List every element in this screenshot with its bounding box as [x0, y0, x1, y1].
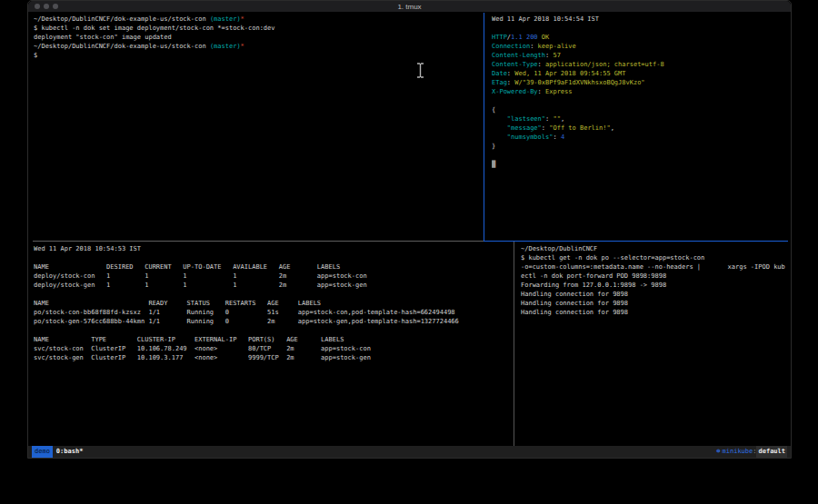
terminal-line: ~/Desktop/DublinCNCF/dok-example-us/stoc… [34, 42, 483, 51]
terminal-text-segment: $ kubectl get -n dok po --selector=app=s… [521, 254, 704, 262]
pane-divider-vertical-top[interactable] [484, 13, 484, 242]
terminal-line: Forwarding from 127.0.0.1:9898 -> 9898 [521, 281, 789, 290]
pane-shell-top-left[interactable]: ~/Desktop/DublinCNCF/dok-example-us/stoc… [34, 15, 483, 240]
terminal-text-segment: "lastseen" [507, 115, 545, 123]
terminal-text-segment: ~/Desktop/DublinCNCF [521, 245, 597, 252]
terminal-text-segment: , [561, 115, 564, 123]
terminal-text-segment: "" [553, 115, 560, 123]
kube-cluster-name: minikube [723, 446, 753, 458]
terminal-line: Connection: keep-alive [492, 42, 789, 51]
terminal-line: $ kubectl -n dok set image deployment/st… [34, 24, 483, 33]
terminal-text-segment: : [530, 43, 537, 50]
terminal-line: NAME DESIRED CURRENT UP-TO-DATE AVAILABL… [34, 262, 513, 272]
terminal-line: X-Powered-By: Express [492, 87, 789, 96]
terminal-text-segment: Wed 11 Apr 2018 10:54:54 IST [492, 15, 599, 23]
terminal-text-segment: $ [34, 52, 37, 59]
terminal-text-segment: , [611, 124, 614, 132]
window-titlebar: 1. tmux [28, 1, 791, 13]
terminal-line: Wed 11 Apr 2018 10:54:53 IST [34, 244, 513, 253]
pane-http-response-top-right[interactable]: Wed 11 Apr 2018 10:54:54 IST HTTP/1.1 20… [492, 15, 789, 240]
terminal-line: Wed 11 Apr 2018 10:54:54 IST [492, 15, 789, 24]
terminal-text-segment: 4 [561, 133, 564, 141]
terminal-line: deployment "stock-con" image updated [34, 33, 483, 42]
terminal-text-segment: deploy/stock-con 1 1 1 1 2m app=stock-co… [34, 272, 367, 280]
terminal-text-segment: 57 [553, 52, 560, 59]
terminal-line: "numsymbols": 4 [492, 133, 789, 142]
session-name-badge: demo [32, 446, 53, 458]
terminal-line: po/stock-con-bb68f88fd-kzsxz 1/1 Running… [34, 308, 513, 317]
traffic-lights [35, 4, 58, 9]
window-title: 1. tmux [397, 3, 421, 11]
terminal-line [34, 253, 513, 262]
terminal-line: NAME READY STATUS RESTARTS AGE LABELS [34, 299, 513, 308]
terminal-text-segment: (master) [210, 43, 241, 50]
terminal-text-segment: application/json; charset=utf-8 [545, 61, 664, 68]
tmux-session-area: ~/Desktop/DublinCNCF/dok-example-us/stoc… [28, 13, 791, 446]
terminal-line: deploy/stock-gen 1 1 1 1 2m app=stock-ge… [34, 281, 513, 290]
pane-kubectl-watch-bottom-left[interactable]: Wed 11 Apr 2018 10:54:53 IST NAME DESIRE… [34, 244, 513, 446]
terminal-line: $ [34, 51, 483, 60]
terminal-line: Handling connection for 9898 [521, 299, 789, 308]
terminal-text-segment: svc/stock-con ClusterIP 10.106.78.249 <n… [34, 345, 371, 352]
terminal-text-segment: keep-alive [538, 43, 576, 50]
terminal-text-segment: Handling connection for 9898 [521, 309, 628, 316]
terminal-line: ETag: W/"39-0xBPf9aF1dXVNkhsxoBQgJ8vKzo" [492, 78, 789, 87]
terminal-text-segment: ~/Desktop/DublinCNCF/dok-example-us/stoc… [34, 43, 210, 50]
terminal-text-segment: : [553, 133, 560, 141]
terminal-line: svc/stock-gen ClusterIP 10.109.3.177 <no… [34, 353, 513, 362]
terminal-text-segment: Handling connection for 9898 [521, 291, 628, 298]
terminal-line: "message": "Off to Berlin!", [492, 124, 789, 133]
terminal-text-segment: -o=custom-columns=:metadata.name --no-he… [521, 263, 785, 271]
text-ibeam-cursor-icon [416, 63, 424, 78]
terminal-line: "lastseen": "", [492, 114, 789, 124]
terminal-text-segment: Wed 11 Apr 2018 10:54:53 IST [34, 245, 141, 252]
close-button[interactable] [35, 4, 40, 9]
terminal-text-segment: : [542, 124, 549, 132]
terminal-text-segment: Date [492, 70, 507, 77]
terminal-text-segment: NAME READY STATUS RESTARTS AGE LABELS [34, 300, 321, 307]
terminal-text-segment: po/stock-con-bb68f88fd-kzsxz 1/1 Running… [34, 309, 455, 316]
terminal-text-segment: 1.1 200 [511, 34, 542, 41]
terminal-text-segment: W/"39-0xBPf9aF1dXVNkhsxoBQgJ8vKzo" [514, 79, 644, 86]
pane-divider-horizontal-left[interactable] [33, 241, 484, 242]
kube-namespace: default [756, 446, 787, 458]
terminal-text-segment: po/stock-gen-576cc688bb-44kmn 1/1 Runnin… [34, 318, 459, 325]
terminal-line: Date: Wed, 11 Apr 2018 09:54:55 GMT [492, 69, 789, 78]
terminal-text-segment [492, 124, 507, 132]
terminal-line: ~/Desktop/DublinCNCF/dok-example-us/stoc… [34, 15, 483, 24]
terminal-text-segment: svc/stock-gen ClusterIP 10.109.3.177 <no… [34, 354, 371, 361]
terminal-line: { [492, 105, 789, 114]
terminal-text-segment: "Off to Berlin!" [549, 124, 610, 132]
terminal-text-segment: Wed, 11 Apr 2018 09:54:55 GMT [514, 70, 625, 77]
terminal-line [492, 151, 789, 160]
terminal-text-segment: * [241, 15, 244, 23]
terminal-text-segment: * [241, 43, 244, 50]
terminal-line: Handling connection for 9898 [521, 290, 789, 299]
minimize-button[interactable] [44, 4, 49, 9]
terminal-line: po/stock-gen-576cc688bb-44kmn 1/1 Runnin… [34, 317, 513, 326]
terminal-text-segment: Handling connection for 9898 [521, 300, 628, 307]
terminal-line: Content-Type: application/json; charset=… [492, 60, 789, 69]
terminal-text-segment: HTTP [492, 34, 507, 41]
terminal-line: Content-Length: 57 [492, 51, 789, 60]
terminal-text-segment: Express [545, 88, 573, 95]
terminal-text-segment: ETag [492, 79, 507, 86]
window-tab-bash[interactable]: 0:bash* [56, 446, 84, 458]
terminal-text-segment: NAME TYPE CLUSTER-IP EXTERNAL-IP PORT(S)… [34, 336, 344, 343]
terminal-text-segment: deploy/stock-gen 1 1 1 1 2m app=stock-ge… [34, 282, 367, 289]
terminal-line [34, 326, 513, 335]
pane-port-forward-bottom-right[interactable]: ~/Desktop/DublinCNCF$ kubectl get -n dok… [521, 244, 789, 446]
terminal-line: deploy/stock-con 1 1 1 1 2m app=stock-co… [34, 272, 513, 281]
terminal-text-segment: OK [542, 34, 549, 41]
terminal-text-segment: Connection [492, 43, 530, 50]
pane-divider-vertical-bottom[interactable] [514, 242, 514, 446]
terminal-text-segment: █ [492, 161, 495, 168]
status-bar-right: ☸ minikube : default [716, 446, 787, 458]
terminal-text-segment [492, 115, 507, 123]
terminal-text-segment: (master) [210, 15, 241, 23]
pane-divider-horizontal-right[interactable] [484, 241, 788, 242]
terminal-text-segment: X-Powered-By [492, 88, 538, 95]
zoom-button[interactable] [53, 4, 58, 9]
desktop-background: 1. tmux ~/Desktop/DublinCNCF/dok-example… [0, 0, 818, 504]
terminal-text-segment: : [538, 88, 545, 95]
